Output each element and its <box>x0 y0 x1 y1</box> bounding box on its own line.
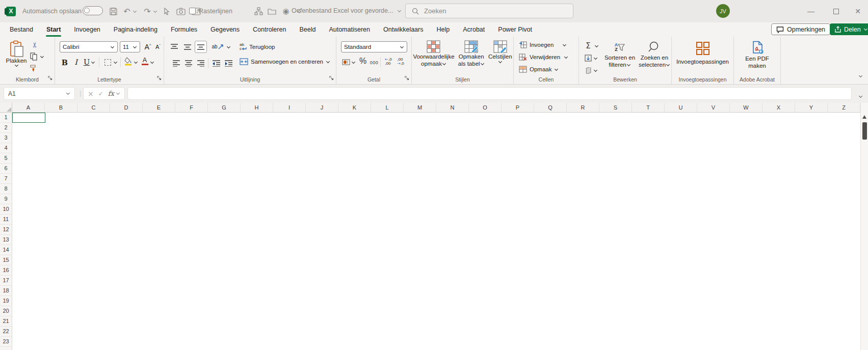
avatar[interactable]: JV <box>716 4 730 18</box>
row-header-11[interactable]: 11 <box>0 214 12 225</box>
column-header-r[interactable]: R <box>567 103 599 112</box>
accounting-format-button[interactable] <box>341 57 351 67</box>
tab-help[interactable]: Help <box>430 22 456 37</box>
accounting-dropdown[interactable] <box>350 57 356 67</box>
tab-acrobat[interactable]: Acrobat <box>456 22 491 37</box>
fill-color-button[interactable] <box>123 56 134 66</box>
insert-cells-button[interactable]: Invoegen <box>519 41 567 48</box>
fill-color-dropdown[interactable] <box>133 57 139 67</box>
format-cells-button[interactable]: Opmaak <box>519 66 559 73</box>
middle-align-button[interactable] <box>182 42 193 52</box>
bold-button[interactable]: B <box>60 57 70 67</box>
sheet-cells[interactable] <box>12 113 860 350</box>
column-header-i[interactable]: I <box>273 103 306 112</box>
wrap-text-button[interactable]: ab c Terugloop <box>240 43 275 51</box>
column-header-w[interactable]: W <box>730 103 762 112</box>
row-header-12[interactable]: 12 <box>0 225 12 235</box>
decrease-decimal-button[interactable]: ,00→,0 <box>396 57 406 67</box>
tab-bestand[interactable]: Bestand <box>3 22 40 37</box>
top-align-button[interactable] <box>169 42 179 52</box>
borders-button[interactable] <box>102 57 113 67</box>
number-dialog-launcher[interactable] <box>405 73 409 83</box>
copy-dropdown[interactable] <box>39 51 45 62</box>
row-header-22[interactable]: 22 <box>0 327 12 337</box>
clear-button[interactable] <box>583 65 593 75</box>
comments-button[interactable]: Opmerkingen <box>771 23 830 35</box>
folder-button[interactable] <box>266 6 277 17</box>
row-header-9[interactable]: 9 <box>0 194 12 204</box>
save-button[interactable] <box>108 6 119 17</box>
shrink-font-button[interactable]: Aˇ <box>153 42 163 52</box>
row-header-6[interactable]: 6 <box>0 164 12 174</box>
column-header-q[interactable]: Q <box>534 103 567 112</box>
row-header-2[interactable]: 2 <box>0 123 12 133</box>
number-format-select[interactable]: Standaard <box>341 41 407 52</box>
tab-beeld[interactable]: Beeld <box>293 22 322 37</box>
row-header-14[interactable]: 14 <box>0 245 12 255</box>
italic-button[interactable]: I <box>71 57 81 67</box>
tab-gegevens[interactable]: Gegevens <box>204 22 246 37</box>
row-header-4[interactable]: 4 <box>0 143 12 153</box>
decrease-indent-button[interactable] <box>211 58 221 68</box>
scroll-up-icon[interactable] <box>862 115 866 119</box>
font-dialog-launcher[interactable] <box>157 73 162 83</box>
bottom-align-button[interactable] <box>195 41 207 53</box>
column-header-s[interactable]: S <box>599 103 632 112</box>
tab-invoegen[interactable]: Invoegen <box>67 22 107 37</box>
column-header-d[interactable]: D <box>110 103 143 112</box>
formula-bar-expand-button[interactable] <box>858 91 863 100</box>
column-header-o[interactable]: O <box>469 103 502 112</box>
align-center-button[interactable] <box>183 58 194 68</box>
row-header-7[interactable]: 7 <box>0 174 12 184</box>
alignment-dialog-launcher[interactable] <box>329 73 334 83</box>
gridlines-checkbox[interactable] <box>189 8 196 14</box>
addins-button[interactable]: Invoegtoepassingen <box>672 41 733 65</box>
row-header-10[interactable]: 10 <box>0 204 12 214</box>
column-header-n[interactable]: N <box>436 103 469 112</box>
name-box[interactable]: A1 <box>4 87 75 100</box>
column-header-x[interactable]: X <box>762 103 795 112</box>
cancel-button[interactable]: × <box>88 90 94 98</box>
row-header-18[interactable]: 18 <box>0 286 12 296</box>
row-header-5[interactable]: 5 <box>0 153 12 164</box>
tab-power-pivot[interactable]: Power Pivot <box>491 22 539 37</box>
undo-button[interactable]: ↶ <box>121 6 133 17</box>
redo-button[interactable]: ↷ <box>142 6 153 17</box>
maximize-button[interactable] <box>824 0 848 22</box>
vertical-scrollbar[interactable] <box>860 103 868 350</box>
autosum-dropdown[interactable] <box>593 41 599 51</box>
row-header-15[interactable]: 15 <box>0 255 12 265</box>
column-header-f[interactable]: F <box>175 103 208 112</box>
column-header-p[interactable]: P <box>502 103 534 112</box>
formula-input[interactable] <box>127 87 852 100</box>
cut-button[interactable]: ✂ <box>30 40 40 50</box>
column-header-b[interactable]: B <box>45 103 77 112</box>
font-size-select[interactable]: 11 <box>120 41 140 52</box>
delete-cells-button[interactable]: Verwijderen <box>519 53 568 61</box>
column-header-y[interactable]: Y <box>795 103 828 112</box>
redo-dropdown[interactable] <box>152 6 158 17</box>
merge-center-button[interactable]: Samenvoegen en centreren <box>240 58 330 65</box>
tab-formules[interactable]: Formules <box>164 22 204 37</box>
column-header-h[interactable]: H <box>241 103 273 112</box>
copy-button[interactable] <box>29 51 39 62</box>
grow-font-button[interactable]: A^ <box>143 42 153 52</box>
column-header-l[interactable]: L <box>371 103 404 112</box>
row-header-23[interactable]: 23 <box>0 337 12 347</box>
document-title[interactable]: Oefenbestand Excel voor gevorde... <box>292 7 419 14</box>
tab-pagina-indeling[interactable]: Pagina-indeling <box>107 22 164 37</box>
align-right-button[interactable] <box>196 58 206 68</box>
underline-dropdown[interactable] <box>90 57 96 67</box>
column-header-u[interactable]: U <box>665 103 697 112</box>
percent-style-button[interactable]: % <box>358 56 368 66</box>
column-header-v[interactable]: V <box>697 103 730 112</box>
font-color-dropdown[interactable] <box>149 57 155 67</box>
paste-button[interactable]: Plakken <box>5 40 28 75</box>
increase-indent-button[interactable] <box>223 58 233 68</box>
create-pdf-button[interactable]: Een PDF maken <box>734 41 780 69</box>
insert-function-button[interactable]: fx <box>108 90 114 97</box>
row-header-8[interactable]: 8 <box>0 184 12 194</box>
scrollbar-thumb[interactable] <box>862 122 867 140</box>
format-painter-button[interactable] <box>29 63 39 73</box>
clear-dropdown[interactable] <box>592 65 598 75</box>
